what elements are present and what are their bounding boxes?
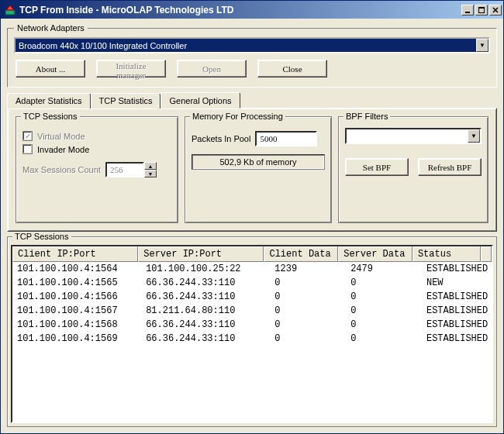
cell-status: ESTABLISHED: [422, 318, 492, 332]
memory-status: 502,9 Kb of memory: [192, 154, 325, 170]
memory-processing-group: Memory For Processing Packets In Pool 50…: [185, 116, 332, 223]
cell-client-ip: 101.100.100.4:1564: [12, 262, 141, 276]
general-options-panel: TCP Sessions ✓ Virtual Mode Invader Mode…: [7, 108, 497, 232]
cell-client-data: 0: [270, 276, 346, 290]
cell-server-data: 0: [346, 304, 422, 318]
tab-strip: Adapter Statistics TCP Statistics Genera…: [7, 92, 497, 108]
cell-server-ip: 66.36.244.33:110: [141, 332, 270, 346]
minimize-button[interactable]: [461, 5, 474, 16]
adapter-selected: Broadcom 440x 10/100 Integrated Controll…: [19, 41, 187, 50]
checkbox-icon: ✓: [22, 131, 33, 141]
cell-server-data: 0: [346, 290, 422, 304]
bpf-filters-group: BPF Filters ▼ Set BPF Refresh BPF: [338, 116, 488, 223]
table-row[interactable]: 101.100.100.4:156966.36.244.33:11000ESTA…: [12, 332, 492, 346]
col-client-ip[interactable]: Client IP:Port: [12, 246, 138, 262]
col-status[interactable]: Status: [413, 246, 481, 262]
set-bpf-button[interactable]: Set BPF: [345, 158, 409, 176]
cell-client-ip: 101.100.100.4:1567: [12, 304, 141, 318]
col-server-ip[interactable]: Server IP:Port: [138, 246, 264, 262]
cell-client-data: 0: [270, 318, 346, 332]
sessions-listview[interactable]: Client IP:Port Server IP:Port Client Dat…: [11, 245, 493, 423]
sessions-legend: TCP Sessions: [12, 232, 71, 241]
spin-down-icon: ▼: [144, 170, 157, 177]
col-client-data[interactable]: Client Data: [264, 246, 338, 262]
title-bar: TCP From Inside - MicroOLAP Technologies…: [1, 1, 503, 19]
max-sessions-label: Max Sessions Count: [22, 165, 101, 174]
cell-server-ip: 101.100.100.25:22: [141, 262, 270, 276]
about-button[interactable]: About ...: [16, 60, 85, 78]
cell-status: NEW: [422, 276, 492, 290]
cell-server-ip: 66.36.244.33:110: [141, 290, 270, 304]
cell-status: ESTABLISHED: [422, 332, 492, 346]
tab-adapter-statistics[interactable]: Adapter Statistics: [7, 93, 91, 108]
adapter-dropdown[interactable]: Broadcom 440x 10/100 Integrated Controll…: [14, 37, 490, 53]
cell-client-data: 0: [270, 332, 346, 346]
invader-mode-checkbox[interactable]: Invader Mode: [22, 144, 171, 154]
table-row[interactable]: 101.100.100.4:1564101.100.100.25:2212392…: [12, 262, 492, 276]
checkbox-icon: [22, 144, 33, 154]
max-sessions-spinner: 256 ▲ ▼: [105, 162, 157, 177]
spin-up-icon: ▲: [144, 162, 157, 170]
client-area: Network Adapters Broadcom 440x 10/100 In…: [1, 19, 503, 433]
network-adapters-group: Network Adapters Broadcom 440x 10/100 In…: [7, 23, 497, 88]
invader-mode-label: Invader Mode: [37, 145, 89, 154]
chevron-down-icon[interactable]: ▼: [476, 39, 488, 52]
cell-server-data: 0: [346, 332, 422, 346]
window-title: TCP From Inside - MicroOLAP Technologies…: [19, 5, 460, 16]
col-server-data[interactable]: Server Data: [338, 246, 413, 262]
cell-client-ip: 101.100.100.4:1569: [12, 332, 141, 346]
tab-general-options[interactable]: General Options: [161, 92, 240, 108]
close-button[interactable]: [489, 5, 502, 16]
bpf-filter-dropdown[interactable]: ▼: [345, 128, 482, 144]
close-adapter-button[interactable]: Close: [257, 60, 327, 78]
cell-client-ip: 101.100.100.4:1566: [12, 290, 141, 304]
cell-client-data: 0: [270, 290, 346, 304]
spinner-buttons: ▲ ▼: [144, 162, 157, 177]
cell-status: ESTABLISHED: [422, 290, 492, 304]
refresh-bpf-button[interactable]: Refresh BPF: [418, 158, 482, 176]
toolbar-row: About ... Initialize manager Open Close: [14, 53, 490, 81]
cell-server-ip: 81.211.64.80:110: [141, 304, 270, 318]
initialize-manager-button: Initialize manager: [96, 60, 166, 78]
packets-in-pool-input[interactable]: 5000: [255, 131, 317, 146]
svg-rect-3: [478, 7, 485, 9]
app-icon: [4, 4, 16, 16]
network-adapters-legend: Network Adapters: [14, 23, 88, 33]
open-button: Open: [177, 60, 247, 78]
virtual-mode-checkbox: ✓ Virtual Mode: [22, 131, 171, 141]
table-row[interactable]: 101.100.100.4:156666.36.244.33:11000ESTA…: [12, 290, 492, 304]
cell-client-data: 1239: [270, 262, 346, 276]
virtual-mode-label: Virtual Mode: [37, 132, 85, 141]
cell-server-data: 0: [346, 318, 422, 332]
cell-client-data: 0: [270, 304, 346, 318]
memory-legend: Memory For Processing: [190, 112, 285, 121]
tcp-sessions-group: TCP Sessions ✓ Virtual Mode Invader Mode…: [16, 116, 178, 223]
svg-rect-0: [5, 10, 15, 15]
listview-header: Client IP:Port Server IP:Port Client Dat…: [12, 246, 492, 262]
cell-status: ESTABLISHED: [422, 304, 492, 318]
svg-rect-1: [465, 12, 470, 13]
packets-in-pool-row: Packets In Pool 5000: [192, 131, 325, 146]
chevron-down-icon[interactable]: ▼: [468, 129, 480, 143]
cell-client-ip: 101.100.100.4:1565: [12, 276, 141, 290]
cell-server-data: 0: [346, 276, 422, 290]
tab-tcp-statistics[interactable]: TCP Statistics: [91, 93, 161, 108]
cell-status: ESTABLISHED: [422, 262, 492, 276]
col-spacer: [481, 246, 492, 262]
cell-server-data: 2479: [346, 262, 422, 276]
listview-body: 101.100.100.4:1564101.100.100.25:2212392…: [12, 262, 492, 346]
table-row[interactable]: 101.100.100.4:156781.211.64.80:11000ESTA…: [12, 304, 492, 318]
cell-client-ip: 101.100.100.4:1568: [12, 318, 141, 332]
bpf-legend: BPF Filters: [343, 112, 390, 121]
cell-server-ip: 66.36.244.33:110: [141, 318, 270, 332]
cell-server-ip: 66.36.244.33:110: [141, 276, 270, 290]
tcp-sessions-legend: TCP Sessions: [21, 112, 80, 121]
max-sessions-value: 256: [105, 162, 144, 177]
bpf-button-row: Set BPF Refresh BPF: [345, 158, 482, 176]
max-sessions-row: Max Sessions Count 256 ▲ ▼: [22, 162, 171, 177]
table-row[interactable]: 101.100.100.4:156566.36.244.33:11000NEW: [12, 276, 492, 290]
tcp-sessions-frame: TCP Sessions Client IP:Port Server IP:Po…: [7, 236, 497, 427]
maximize-button[interactable]: [475, 5, 488, 16]
packets-label: Packets In Pool: [192, 134, 250, 143]
table-row[interactable]: 101.100.100.4:156866.36.244.33:11000ESTA…: [12, 318, 492, 332]
